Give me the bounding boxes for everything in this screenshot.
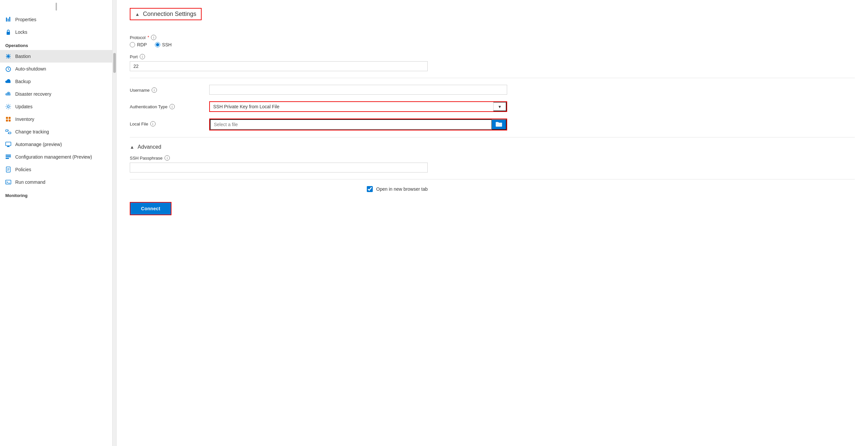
sidebar-item-inventory-label: Inventory xyxy=(15,117,34,122)
local-file-info-icon[interactable]: i xyxy=(150,121,156,126)
connection-settings-title: Connection Settings xyxy=(143,10,196,18)
form-divider-2 xyxy=(130,137,855,138)
sidebar-item-change-tracking-label: Change tracking xyxy=(15,129,49,135)
sidebar-item-backup-label: Backup xyxy=(15,79,31,84)
run-command-icon xyxy=(5,179,11,185)
protocol-ssh-radio[interactable] xyxy=(155,42,160,47)
config-mgmt-icon xyxy=(5,154,11,160)
gear-icon xyxy=(5,103,11,110)
advanced-header[interactable]: ▲ Advanced xyxy=(130,144,855,150)
required-star: * xyxy=(148,35,149,40)
username-info-icon[interactable]: i xyxy=(152,87,157,93)
open-new-tab-row: Open in new browser tab xyxy=(130,186,428,192)
svg-rect-15 xyxy=(9,120,10,121)
advanced-title: Advanced xyxy=(138,144,161,150)
svg-rect-1 xyxy=(8,19,9,22)
sidebar-item-run-command[interactable]: Run command xyxy=(0,176,112,188)
bastion-icon xyxy=(5,53,11,59)
scroll-indicator-top xyxy=(56,3,57,10)
sidebar-item-disaster-recovery[interactable]: Disaster recovery xyxy=(0,88,112,100)
sidebar-item-updates[interactable]: Updates xyxy=(0,100,112,113)
sidebar-item-policies[interactable]: Policies xyxy=(0,163,112,176)
protocol-ssh-option[interactable]: SSH xyxy=(155,42,172,47)
passphrase-input[interactable] xyxy=(130,162,428,173)
protocol-radio-group: RDP SSH xyxy=(130,42,855,47)
policies-icon xyxy=(5,167,11,173)
change-tracking-icon xyxy=(5,129,11,135)
scrollbar-thumb[interactable] xyxy=(113,53,116,73)
auth-type-dropdown-btn[interactable]: ▾ xyxy=(493,102,506,111)
file-picker-btn[interactable] xyxy=(492,119,506,130)
monitoring-section-label: Monitoring xyxy=(0,188,112,200)
automanage-icon xyxy=(5,141,11,147)
clock-icon xyxy=(5,66,11,72)
username-label: Username i xyxy=(130,87,203,93)
local-file-label: Local File i xyxy=(130,121,203,126)
open-new-tab-label: Open in new browser tab xyxy=(376,186,428,192)
local-file-wrapper xyxy=(209,119,507,130)
protocol-info-icon[interactable]: i xyxy=(151,35,156,40)
port-input[interactable]: 22 xyxy=(130,61,428,71)
open-new-tab-checkbox[interactable] xyxy=(367,186,373,192)
sidebar-item-automanage-label: Automanage (preview) xyxy=(15,142,62,147)
protocol-rdp-radio[interactable] xyxy=(130,42,135,47)
protocol-rdp-option[interactable]: RDP xyxy=(130,42,147,47)
port-label: Port i xyxy=(130,54,855,59)
sidebar-item-inventory[interactable]: Inventory xyxy=(0,113,112,125)
sidebar-item-locks[interactable]: Locks xyxy=(0,26,112,38)
svg-rect-17 xyxy=(9,132,11,134)
svg-rect-23 xyxy=(6,158,9,159)
svg-point-11 xyxy=(7,106,9,108)
protocol-label: Protocol * i xyxy=(130,35,855,40)
sidebar-item-automanage[interactable]: Automanage (preview) xyxy=(0,138,112,151)
sidebar-item-properties-label: Properties xyxy=(15,17,36,22)
bars-icon xyxy=(5,17,11,23)
advanced-chevron: ▲ xyxy=(130,144,134,150)
sidebar-item-backup[interactable]: Backup xyxy=(0,75,112,88)
svg-rect-12 xyxy=(6,117,8,119)
sidebar-item-run-command-label: Run command xyxy=(15,179,45,185)
auth-type-info-icon[interactable]: i xyxy=(169,104,175,109)
svg-rect-14 xyxy=(6,120,8,121)
main-content: ▲ Connection Settings Protocol * i RDP S… xyxy=(117,0,868,446)
auth-type-value: SSH Private Key from Local File xyxy=(210,102,493,111)
connection-settings-header[interactable]: ▲ Connection Settings xyxy=(130,8,202,20)
sidebar-item-config-mgmt-label: Configuration management (Preview) xyxy=(15,154,92,159)
local-file-row: Local File i xyxy=(130,119,855,130)
passphrase-label: SSH Passphrase i xyxy=(130,155,855,160)
sidebar-item-policies-label: Policies xyxy=(15,167,31,172)
sidebar-item-auto-shutdown-label: Auto-shutdown xyxy=(15,66,46,71)
username-input[interactable] xyxy=(209,85,507,95)
folder-icon xyxy=(496,121,502,128)
sidebar-item-bastion-label: Bastion xyxy=(15,54,31,59)
sidebar-item-disaster-recovery-label: Disaster recovery xyxy=(15,91,51,97)
disaster-recovery-icon xyxy=(5,91,11,97)
form-divider-1 xyxy=(130,78,855,78)
svg-rect-2 xyxy=(9,17,10,22)
auth-type-label: Authentication Type i xyxy=(130,104,203,109)
sidebar-item-config-mgmt[interactable]: Configuration management (Preview) xyxy=(0,151,112,163)
svg-rect-16 xyxy=(6,130,8,131)
connect-button[interactable]: Connect xyxy=(130,203,171,214)
username-row: Username i xyxy=(130,85,855,95)
svg-rect-21 xyxy=(6,155,11,156)
passphrase-info-icon[interactable]: i xyxy=(164,155,170,160)
svg-line-10 xyxy=(8,69,9,70)
connection-settings-chevron: ▲ xyxy=(135,11,140,17)
sidebar-item-auto-shutdown[interactable]: Auto-shutdown xyxy=(0,63,112,75)
sidebar-item-change-tracking[interactable]: Change tracking xyxy=(0,125,112,138)
scrollbar-track[interactable] xyxy=(113,0,117,446)
svg-rect-18 xyxy=(6,142,11,146)
port-info-icon[interactable]: i xyxy=(140,54,145,59)
chevron-down-icon: ▾ xyxy=(499,104,501,109)
form-divider-3 xyxy=(130,179,855,179)
svg-rect-22 xyxy=(6,156,11,157)
sidebar-item-bastion[interactable]: Bastion xyxy=(0,50,112,63)
svg-rect-0 xyxy=(6,18,7,22)
svg-rect-3 xyxy=(7,32,10,35)
auth-type-dropdown[interactable]: SSH Private Key from Local File ▾ xyxy=(209,101,507,112)
connect-btn-wrapper: Connect xyxy=(130,202,172,215)
sidebar-item-properties[interactable]: Properties xyxy=(0,13,112,26)
operations-section-label: Operations xyxy=(0,38,112,50)
local-file-input[interactable] xyxy=(210,119,492,130)
